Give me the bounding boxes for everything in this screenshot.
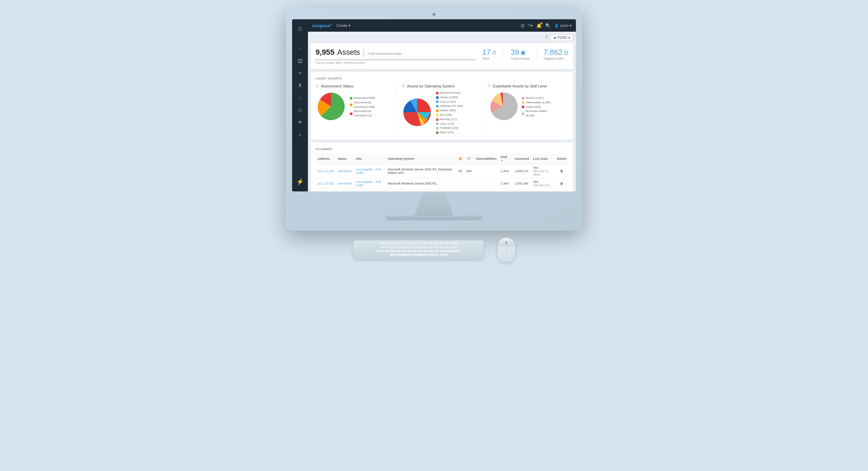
key[interactable] xyxy=(395,242,400,245)
key[interactable] xyxy=(390,250,395,253)
key[interactable] xyxy=(417,242,422,245)
table-header: Address Name Site Operating System 🔥 🛡 xyxy=(316,154,568,164)
address-link[interactable]: 10.1.10.101 xyxy=(318,169,334,173)
asset-title: 9,955 Assets | 2,908 Discovered Assets xyxy=(316,48,477,57)
key[interactable] xyxy=(401,250,406,253)
key[interactable] xyxy=(440,254,447,257)
filter-icon[interactable]: ⧖ xyxy=(545,34,548,41)
key[interactable] xyxy=(449,246,457,249)
site-link[interactable]: Los Angeles - Full Audit xyxy=(356,168,381,175)
key[interactable] xyxy=(427,246,432,249)
key[interactable] xyxy=(396,250,401,253)
sidebar-policy-icon[interactable]: ♜ xyxy=(294,80,306,91)
key[interactable] xyxy=(394,246,399,249)
legend-sun: Sun (198) xyxy=(436,113,463,117)
key[interactable] xyxy=(423,242,428,245)
key[interactable] xyxy=(379,242,384,245)
cell-delete[interactable]: 🗑 xyxy=(555,178,568,189)
key[interactable] xyxy=(389,246,393,249)
sidebar-tag-icon[interactable]: ⚑ xyxy=(294,117,306,128)
exploit-chart-title: Exploitable Assets by Skill Level xyxy=(493,84,547,88)
os-menu-icon[interactable]: ☰ xyxy=(402,84,405,88)
exploit-menu-icon[interactable]: ☰ xyxy=(487,84,491,88)
key[interactable] xyxy=(400,246,404,249)
col-address[interactable]: Address xyxy=(316,154,336,164)
mouse-right-button[interactable] xyxy=(507,240,514,247)
bell-icon[interactable]: 🔔 xyxy=(536,23,542,28)
col-site[interactable]: Site xyxy=(354,154,386,164)
key[interactable] xyxy=(385,250,390,253)
key[interactable] xyxy=(433,246,437,249)
sidebar-scan-icon[interactable]: ✈ xyxy=(294,67,306,78)
name-link[interactable]: server001 xyxy=(338,169,352,173)
search-icon[interactable]: 🔍 xyxy=(545,23,551,28)
sidebar-home-icon[interactable]: ⌂ xyxy=(294,43,306,54)
key[interactable] xyxy=(444,246,448,249)
key[interactable] xyxy=(423,250,428,253)
key[interactable] xyxy=(390,254,397,257)
key[interactable] xyxy=(412,242,417,245)
table-body: 10.1.10.101 server001 Los Angeles - Full… xyxy=(316,164,568,189)
key[interactable] xyxy=(401,242,406,245)
key[interactable] xyxy=(428,242,433,245)
key[interactable] xyxy=(451,242,458,245)
user-menu[interactable]: 👤 sysin ▾ xyxy=(554,23,572,28)
sidebar-list-icon[interactable]: ≡ xyxy=(294,129,306,140)
col-name[interactable]: Name xyxy=(336,154,354,164)
key[interactable] xyxy=(411,246,415,249)
mouse-left-button[interactable] xyxy=(498,240,506,247)
items-button[interactable]: ■ ITEMS ▾ xyxy=(551,34,573,41)
key[interactable] xyxy=(422,246,426,249)
grid-icon[interactable]: ⊞ xyxy=(521,23,525,28)
asset-header-card: 9,955 Assets | 2,908 Discovered Assets L… xyxy=(311,43,573,69)
spacebar[interactable] xyxy=(398,254,439,257)
key[interactable] xyxy=(380,246,388,249)
sidebar-menu-icon[interactable]: ☰ xyxy=(294,23,306,34)
stat-divider-2 xyxy=(536,49,537,59)
monitor-base xyxy=(386,216,482,220)
assessment-menu-icon[interactable]: ☰ xyxy=(316,84,319,88)
key[interactable] xyxy=(384,242,389,245)
col-assessed[interactable]: Assessed xyxy=(513,154,531,164)
col-risk[interactable]: Risk ▼ xyxy=(499,154,513,164)
help-icon[interactable]: ?▾ xyxy=(528,23,533,28)
key[interactable] xyxy=(407,250,412,253)
key[interactable] xyxy=(390,242,395,245)
content-toolbar: ⧖ ■ ITEMS ▾ xyxy=(311,34,573,41)
key[interactable] xyxy=(434,242,439,245)
key[interactable] xyxy=(434,250,439,253)
col-vulnerabilities[interactable]: Vulnerabilities xyxy=(474,154,499,164)
exploit-chart-body: Novice (2,337) Intermediate (1,330) xyxy=(487,91,564,123)
discovered-text: 2,908 Discovered Assets xyxy=(368,52,402,55)
key[interactable] xyxy=(416,246,421,249)
key[interactable] xyxy=(406,242,411,245)
key[interactable] xyxy=(376,250,384,253)
col-shield: 🛡 xyxy=(464,154,474,164)
scroll-wheel[interactable] xyxy=(506,241,507,244)
name-link[interactable]: server002 xyxy=(338,182,352,185)
key[interactable] xyxy=(412,250,417,253)
sidebar-assets-icon[interactable]: ◫ xyxy=(294,55,306,66)
key[interactable] xyxy=(418,250,423,253)
cell-delete[interactable]: 🗑 xyxy=(555,164,568,178)
assessment-chart-title: Assessment Status xyxy=(321,84,353,88)
create-menu[interactable]: Create ▾ xyxy=(336,23,351,28)
key[interactable] xyxy=(445,242,450,245)
cell-fire xyxy=(456,178,464,189)
key[interactable] xyxy=(405,246,410,249)
col-last-scan[interactable]: Last Scan xyxy=(531,154,555,164)
cell-os: Microsoft Windows Server 2003 R2... xyxy=(386,178,456,189)
col-os[interactable]: Operating System xyxy=(386,154,456,164)
address-link[interactable]: 10.1.10.102 xyxy=(318,182,334,185)
key[interactable] xyxy=(440,250,461,253)
key[interactable] xyxy=(429,250,434,253)
key[interactable] xyxy=(438,246,443,249)
tagged-label: Tagged Assets xyxy=(544,57,568,60)
key[interactable] xyxy=(440,242,444,245)
cell-address: 10.1.10.102 xyxy=(316,178,336,189)
sidebar-bottom-icon[interactable]: ⚡ xyxy=(294,176,306,187)
sidebar-report-icon[interactable]: ⊡ xyxy=(294,105,306,116)
legend-cisco: Cisco (173) xyxy=(436,122,463,126)
sidebar-alert-icon[interactable]: ☆ xyxy=(294,92,306,103)
site-link[interactable]: Los Angeles - Full Audit xyxy=(356,180,381,187)
